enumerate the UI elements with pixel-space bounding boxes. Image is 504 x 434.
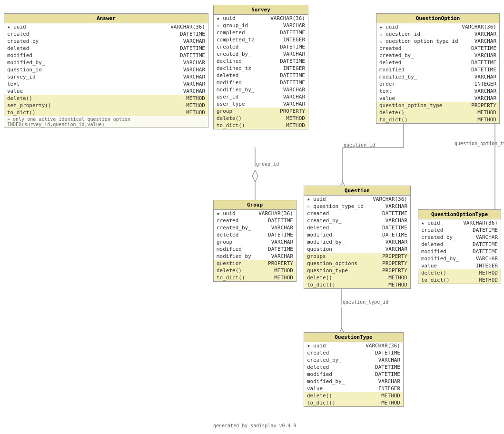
svg-text:question_option_type_id: question_option_type_id xyxy=(455,141,504,147)
survey-row-completed: completedDATETIME xyxy=(214,29,308,36)
q-row-question-options: question_optionsPROPERTY xyxy=(304,260,410,267)
q-row-qt-id: ☆ question_type_idVARCHAR xyxy=(304,203,410,210)
svg-marker-3 xyxy=(252,170,258,182)
qot-header: QuestionOptionType xyxy=(418,210,501,219)
group-row-question: questionPROPERTY xyxy=(214,260,296,267)
answer-row-delete: delete()METHOD xyxy=(4,95,208,102)
survey-row-modified-by: modified_by_VARCHAR xyxy=(214,86,308,93)
survey-row-delete: delete()METHOD xyxy=(214,115,308,122)
answer-row-modified-by: modified_by_VARCHAR xyxy=(4,59,208,66)
qo-row-created-by: created_by_VARCHAR xyxy=(376,52,499,59)
group-row-created: createdDATETIME xyxy=(214,217,296,224)
qot-row-delete: delete()METHOD xyxy=(418,269,501,276)
group-row-created-by: created_by_VARCHAR xyxy=(214,224,296,231)
qt-body: ★ uuidVARCHAR(36) createdDATETIME create… xyxy=(304,342,403,406)
qo-row-value: valueVARCHAR xyxy=(376,95,499,102)
survey-row-to-dict: to_dict()METHOD xyxy=(214,122,308,129)
question-body: ★ uuidVARCHAR(36) ☆ question_type_idVARC… xyxy=(304,196,410,288)
answer-index: » only_one_active_identical_question_opt… xyxy=(4,116,208,128)
qot-row-created: createdDATETIME xyxy=(418,227,501,234)
q-row-created: createdDATETIME xyxy=(304,210,410,217)
qt-row-to-dict: to_dict()METHOD xyxy=(304,399,403,406)
qt-row-delete: delete()METHOD xyxy=(304,392,403,399)
survey-body: ★ uuidVARCHAR(36) ☆ group_idVARCHAR comp… xyxy=(214,15,308,129)
svg-text:group_id: group_id xyxy=(256,161,279,167)
survey-row-completed-tz: completed_tzINTEGER xyxy=(214,36,308,43)
qot-row-deleted: deletedDATETIME xyxy=(418,241,501,248)
question-type-table: QuestionType ★ uuidVARCHAR(36) createdDA… xyxy=(304,332,404,407)
survey-row-user-id: user_idVARCHAR xyxy=(214,93,308,100)
qo-row-modified-by: modified_by_VARCHAR xyxy=(376,73,499,80)
qo-row-delete: delete()METHOD xyxy=(376,109,499,116)
qo-row-uuid: ★ uuidVARCHAR(36) xyxy=(376,23,499,30)
q-row-modified: modifiedDATETIME xyxy=(304,231,410,238)
group-row-modified: modifiedDATETIME xyxy=(214,246,296,253)
qt-row-uuid: ★ uuidVARCHAR(36) xyxy=(304,342,403,349)
group-row-group: groupVARCHAR xyxy=(214,238,296,246)
qot-body: ★ uuidVARCHAR(36) createdDATETIME create… xyxy=(418,219,501,284)
qo-row-order: orderINTEGER xyxy=(376,80,499,88)
qt-row-created: createdDATETIME xyxy=(304,349,403,356)
group-row-modified-by: modified_by_VARCHAR xyxy=(214,253,296,260)
qot-row-modified-by: modified_by_VARCHAR xyxy=(418,255,501,262)
qt-header: QuestionType xyxy=(304,333,403,342)
qt-row-created-by: created_by_VARCHAR xyxy=(304,356,403,364)
survey-row-group: groupPROPERTY xyxy=(214,108,308,115)
qo-row-qot-id: ☆ question_option_type_idVARCHAR xyxy=(376,38,499,45)
survey-row-created-by: created_by_VARCHAR xyxy=(214,50,308,58)
svg-text:question_id: question_id xyxy=(344,142,375,148)
answer-row-deleted: deletedDATETIME xyxy=(4,45,208,52)
qot-row-created-by: created_by_VARCHAR xyxy=(418,234,501,241)
qo-row-to-dict: to_dict()METHOD xyxy=(376,116,499,123)
question-table: Question ★ uuidVARCHAR(36) ☆ question_ty… xyxy=(304,186,411,289)
q-row-groups: groupsPROPERTY xyxy=(304,253,410,260)
survey-table: Survey ★ uuidVARCHAR(36) ☆ group_idVARCH… xyxy=(213,5,308,129)
qot-row-modified: modifiedDATETIME xyxy=(418,248,501,255)
q-row-created-by: created_by_VARCHAR xyxy=(304,217,410,224)
survey-row-modified: modifiedDATETIME xyxy=(214,79,308,86)
qo-row-deleted: deletedDATETIME xyxy=(376,59,499,66)
survey-row-declined-tz: declined_tzINTEGER xyxy=(214,65,308,72)
q-row-question: questionVARCHAR xyxy=(304,246,410,253)
answer-row-survey-id: survey_idVARCHAR xyxy=(4,73,208,80)
survey-row-user-type: user_typeVARCHAR xyxy=(214,100,308,108)
qot-row-value: valueINTEGER xyxy=(418,262,501,269)
qo-row-qot: question_option_typePROPERTY xyxy=(376,102,499,109)
q-row-to-dict: to_dict()METHOD xyxy=(304,281,410,288)
qo-row-question-id: ☆ question_idVARCHAR xyxy=(376,30,499,38)
q-row-question-type: question_typePROPERTY xyxy=(304,267,410,274)
qt-row-modified: modifiedDATETIME xyxy=(304,371,403,378)
answer-row-created-by: created_by_VARCHAR xyxy=(4,38,208,45)
qot-row-uuid: ★ uuidVARCHAR(36) xyxy=(418,219,501,227)
q-row-delete: delete()METHOD xyxy=(304,274,410,281)
qo-row-modified: modifiedDATETIME xyxy=(376,66,499,73)
q-row-modified-by: modified_by_VARCHAR xyxy=(304,238,410,246)
survey-row-created: createdDATETIME xyxy=(214,43,308,50)
survey-header: Survey xyxy=(214,5,308,15)
qt-row-modified-by: modified_by_VARCHAR xyxy=(304,378,403,385)
group-table: Group ★ uuidVARCHAR(36) createdDATETIME … xyxy=(213,200,296,282)
question-option-header: QuestionOption xyxy=(376,14,499,23)
diagram-container: group_id question_id question_option_typ… xyxy=(0,0,504,434)
survey-row-group-id: ☆ group_idVARCHAR xyxy=(214,22,308,29)
group-header: Group xyxy=(214,200,296,210)
qo-row-created: createdDATETIME xyxy=(376,45,499,52)
group-row-deleted: deletedDATETIME xyxy=(214,231,296,238)
answer-row-text: textVARCHAR xyxy=(4,80,208,88)
survey-row-uuid: ★ uuidVARCHAR(36) xyxy=(214,15,308,22)
qot-row-to-dict: to_dict()METHOD xyxy=(418,276,501,284)
qt-row-deleted: deletedDATETIME xyxy=(304,364,403,371)
qo-row-text: textVARCHAR xyxy=(376,88,499,95)
answer-row-created: createdDATETIME xyxy=(4,30,208,38)
answer-header: Answer xyxy=(4,14,208,23)
group-row-uuid: ★ uuidVARCHAR(36) xyxy=(214,210,296,217)
answer-body: ★ uuidVARCHAR(36) createdDATETIME create… xyxy=(4,23,208,128)
question-option-type-table: QuestionOptionType ★ uuidVARCHAR(36) cre… xyxy=(418,209,501,284)
survey-row-deleted: deletedDATETIME xyxy=(214,72,308,79)
survey-row-declined: declinedDATETIME xyxy=(214,58,308,65)
answer-row-uuid: ★ uuidVARCHAR(36) xyxy=(4,23,208,30)
question-header: Question xyxy=(304,186,410,196)
answer-row-question-id: question_idVARCHAR xyxy=(4,66,208,73)
footer-text: generated by sadisplay v0.4.9 xyxy=(213,423,296,428)
group-row-delete: delete()METHOD xyxy=(214,267,296,274)
